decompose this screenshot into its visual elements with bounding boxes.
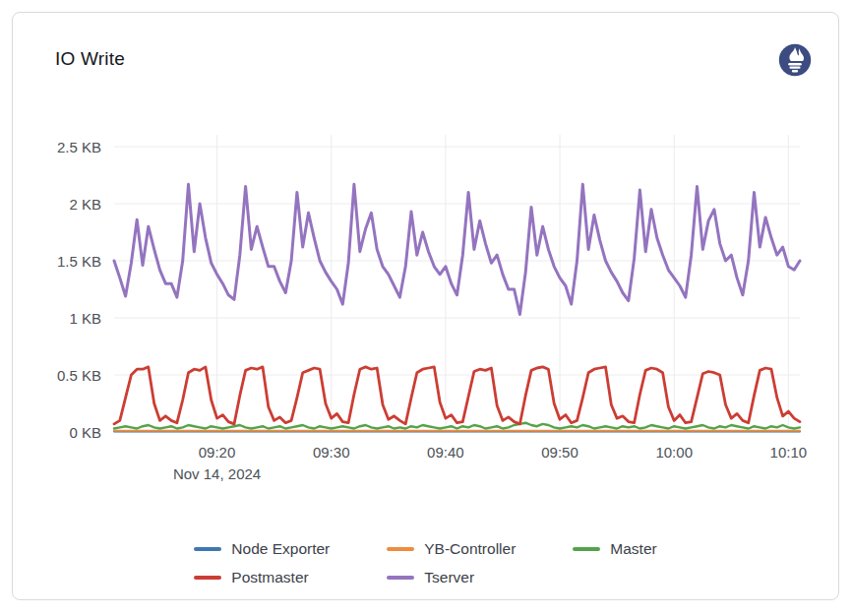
y-tick-label: 0.5 KB: [57, 367, 101, 384]
legend: Node ExporterYB-ControllerMasterPostmast…: [13, 540, 838, 586]
io-write-panel: IO Write 2.5 KB2 KB1.5 KB1 KB0.5 KB0 KB0…: [12, 12, 839, 600]
legend-item-tserver[interactable]: Tserver: [387, 569, 516, 586]
legend-label: YB-Controller: [424, 540, 516, 558]
legend-label: Node Exporter: [231, 540, 330, 558]
chart-area[interactable]: 2.5 KB2 KB1.5 KB1 KB0.5 KB0 KB09:2009:30…: [13, 121, 838, 499]
page-background: IO Write 2.5 KB2 KB1.5 KB1 KB0.5 KB0 KB0…: [0, 0, 852, 616]
legend-line-marker: [194, 576, 221, 580]
legend-item-yb-controller[interactable]: YB-Controller: [387, 540, 516, 558]
legend-item-node-exporter[interactable]: Node Exporter: [194, 540, 330, 558]
panel-title: IO Write: [55, 48, 125, 70]
y-tick-label: 1 KB: [69, 310, 101, 327]
legend-line-marker: [387, 576, 414, 580]
legend-line-marker: [387, 547, 414, 551]
y-tick-label: 0 KB: [69, 424, 101, 441]
legend-line-marker: [573, 547, 600, 551]
x-tick-label: 09:20: [199, 444, 236, 461]
x-tick-label: 10:00: [655, 444, 693, 461]
y-tick-label: 2 KB: [69, 196, 101, 213]
x-tick-label: 09:30: [313, 444, 350, 461]
legend-item-master[interactable]: Master: [573, 540, 656, 558]
y-tick-label: 1.5 KB: [57, 253, 101, 270]
panel-header: IO Write: [13, 13, 838, 107]
x-tick-label: 09:50: [541, 444, 578, 461]
io-write-line-chart[interactable]: 2.5 KB2 KB1.5 KB1 KB0.5 KB0 KB09:2009:30…: [13, 121, 838, 499]
legend-grid: Node ExporterYB-ControllerMasterPostmast…: [194, 540, 656, 586]
y-tick-label: 2.5 KB: [57, 139, 101, 155]
x-tick-label: 10:10: [770, 444, 808, 461]
prometheus-logo-icon: [777, 42, 813, 78]
legend-label: Master: [610, 540, 656, 558]
x-axis-date-label: Nov 14, 2024: [173, 465, 261, 482]
x-tick-label: 09:40: [427, 444, 464, 461]
legend-label: Tserver: [424, 569, 474, 586]
legend-line-marker: [194, 547, 221, 551]
legend-item-postmaster[interactable]: Postmaster: [194, 569, 330, 586]
legend-label: Postmaster: [231, 569, 308, 586]
